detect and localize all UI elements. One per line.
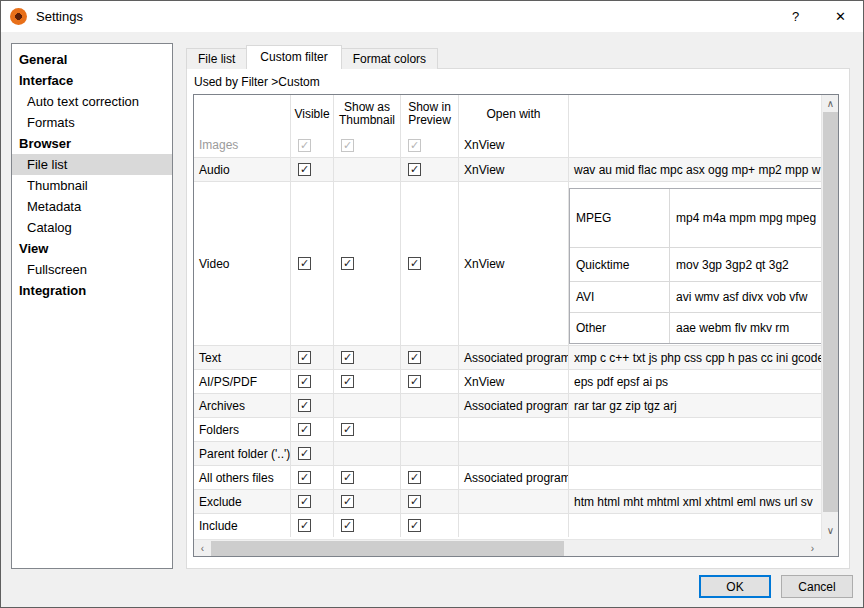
cell-thumbnail[interactable]: ✓ bbox=[334, 370, 401, 393]
cell-open-with[interactable]: XnView bbox=[459, 370, 569, 393]
cell-extensions[interactable] bbox=[569, 133, 821, 157]
scroll-down-icon[interactable]: ∨ bbox=[822, 522, 839, 539]
cancel-button[interactable]: Cancel bbox=[781, 575, 853, 598]
cell-visible[interactable]: ✓ bbox=[291, 346, 334, 369]
scroll-up-icon[interactable]: ∧ bbox=[822, 95, 839, 112]
cell-preview[interactable]: ✓ bbox=[401, 182, 459, 345]
cell-thumbnail[interactable] bbox=[334, 442, 401, 465]
table-row-video[interactable]: Video✓✓✓XnViewMPEGmp4 m4a mpm mpg mpegQu… bbox=[194, 181, 821, 345]
cell-preview[interactable]: ✓ bbox=[401, 466, 459, 489]
preview-checkbox[interactable]: ✓ bbox=[408, 519, 421, 532]
cell-preview[interactable]: ✓ bbox=[401, 346, 459, 369]
visible-checkbox[interactable]: ✓ bbox=[298, 375, 311, 388]
visible-checkbox[interactable]: ✓ bbox=[298, 163, 311, 176]
preview-checkbox[interactable]: ✓ bbox=[408, 257, 421, 270]
tab-custom-filter[interactable]: Custom filter bbox=[246, 45, 341, 69]
cell-preview[interactable]: ✓ bbox=[401, 133, 459, 157]
cell-visible[interactable]: ✓ bbox=[291, 394, 334, 417]
cell-extensions[interactable] bbox=[569, 514, 821, 537]
cell-thumbnail[interactable]: ✓ bbox=[334, 418, 401, 441]
cell-extensions[interactable]: wav au mid flac mpc asx ogg mp+ mp2 mpp … bbox=[569, 158, 821, 181]
cell-open-with[interactable]: Associated program bbox=[459, 466, 569, 489]
visible-checkbox[interactable]: ✓ bbox=[298, 495, 311, 508]
preview-checkbox[interactable]: ✓ bbox=[408, 163, 421, 176]
vertical-scroll-thumb[interactable] bbox=[823, 112, 838, 512]
cell-preview[interactable] bbox=[401, 394, 459, 417]
cell-visible[interactable]: ✓ bbox=[291, 158, 334, 181]
sidebar-item-interface[interactable]: Interface bbox=[12, 70, 172, 91]
tab-file-list[interactable]: File list bbox=[186, 48, 247, 69]
video-subtype-row-quicktime[interactable]: Quicktimemov 3gp 3gp2 qt 3g2 bbox=[570, 247, 821, 281]
cell-visible[interactable]: ✓ bbox=[291, 418, 334, 441]
sidebar-item-file-list[interactable]: File list bbox=[12, 154, 172, 175]
table-row-parent-folder[interactable]: Parent folder ('..')✓ bbox=[194, 441, 821, 465]
cell-thumbnail[interactable] bbox=[334, 394, 401, 417]
sidebar-item-browser[interactable]: Browser bbox=[12, 133, 172, 154]
cell-preview[interactable]: ✓ bbox=[401, 514, 459, 537]
sidebar-item-view[interactable]: View bbox=[12, 238, 172, 259]
preview-checkbox[interactable]: ✓ bbox=[408, 351, 421, 364]
table-row-ai-ps-pdf[interactable]: AI/PS/PDF✓✓✓XnVieweps pdf epsf ai ps bbox=[194, 369, 821, 393]
ok-button[interactable]: OK bbox=[699, 575, 771, 598]
cell-thumbnail[interactable]: ✓ bbox=[334, 490, 401, 513]
cell-thumbnail[interactable] bbox=[334, 158, 401, 181]
table-row-all-others-files[interactable]: All others files✓✓✓Associated program bbox=[194, 465, 821, 489]
cell-extensions[interactable] bbox=[569, 466, 821, 489]
table-row-folders[interactable]: Folders✓✓ bbox=[194, 417, 821, 441]
scroll-left-icon[interactable]: ‹ bbox=[194, 540, 211, 557]
cell-preview[interactable]: ✓ bbox=[401, 490, 459, 513]
cell-visible[interactable]: ✓ bbox=[291, 182, 334, 345]
vertical-scrollbar[interactable]: ∧ ∨ bbox=[821, 95, 838, 539]
thumbnail-checkbox[interactable]: ✓ bbox=[341, 375, 354, 388]
video-subtype-row-other[interactable]: Otheraae webm flv mkv rm bbox=[570, 312, 821, 343]
preview-checkbox[interactable]: ✓ bbox=[408, 375, 421, 388]
thumbnail-checkbox[interactable]: ✓ bbox=[341, 495, 354, 508]
cell-extensions[interactable] bbox=[569, 418, 821, 441]
horizontal-scrollbar[interactable]: ‹ › bbox=[194, 539, 821, 556]
cell-extensions[interactable] bbox=[569, 442, 821, 465]
sidebar-item-auto-text-correction[interactable]: Auto text correction bbox=[12, 91, 172, 112]
visible-checkbox[interactable]: ✓ bbox=[298, 351, 311, 364]
cell-visible[interactable]: ✓ bbox=[291, 133, 334, 157]
cell-preview[interactable] bbox=[401, 442, 459, 465]
cell-visible[interactable]: ✓ bbox=[291, 370, 334, 393]
cell-extensions[interactable]: MPEGmp4 m4a mpm mpg mpegQuicktimemov 3gp… bbox=[569, 182, 821, 345]
cell-thumbnail[interactable]: ✓ bbox=[334, 182, 401, 345]
cell-open-with[interactable]: Associated program bbox=[459, 346, 569, 369]
sidebar-item-formats[interactable]: Formats bbox=[12, 112, 172, 133]
visible-checkbox[interactable]: ✓ bbox=[298, 257, 311, 270]
thumbnail-checkbox[interactable]: ✓ bbox=[341, 351, 354, 364]
table-row-exclude[interactable]: Exclude✓✓✓htm html mht mhtml xml xhtml e… bbox=[194, 489, 821, 513]
cell-open-with[interactable]: XnView bbox=[459, 182, 569, 345]
cell-thumbnail[interactable]: ✓ bbox=[334, 514, 401, 537]
cell-extensions[interactable]: xmp c c++ txt js php css cpp h pas cc in… bbox=[569, 346, 821, 369]
cell-visible[interactable]: ✓ bbox=[291, 490, 334, 513]
cell-open-with[interactable] bbox=[459, 418, 569, 441]
visible-checkbox[interactable]: ✓ bbox=[298, 423, 311, 436]
help-button[interactable]: ? bbox=[773, 1, 818, 32]
sidebar-item-general[interactable]: General bbox=[12, 49, 172, 70]
close-button[interactable]: ✕ bbox=[818, 1, 863, 32]
cell-extensions[interactable]: eps pdf epsf ai ps bbox=[569, 370, 821, 393]
scroll-right-icon[interactable]: › bbox=[804, 540, 821, 557]
table-row-audio[interactable]: Audio✓✓XnViewwav au mid flac mpc asx ogg… bbox=[194, 157, 821, 181]
table-row-text[interactable]: Text✓✓✓Associated programxmp c c++ txt j… bbox=[194, 345, 821, 369]
sidebar-item-fullscreen[interactable]: Fullscreen bbox=[12, 259, 172, 280]
cell-preview[interactable]: ✓ bbox=[401, 158, 459, 181]
video-subtype-row-avi[interactable]: AVIavi wmv asf divx vob vfw bbox=[570, 281, 821, 312]
cell-visible[interactable]: ✓ bbox=[291, 442, 334, 465]
thumbnail-checkbox[interactable]: ✓ bbox=[341, 471, 354, 484]
cell-open-with[interactable]: Associated program bbox=[459, 394, 569, 417]
cell-preview[interactable] bbox=[401, 418, 459, 441]
preview-checkbox[interactable]: ✓ bbox=[408, 495, 421, 508]
visible-checkbox[interactable]: ✓ bbox=[298, 471, 311, 484]
cell-open-with[interactable] bbox=[459, 514, 569, 537]
tab-format-colors[interactable]: Format colors bbox=[341, 48, 438, 69]
cell-open-with[interactable]: XnView bbox=[459, 133, 569, 157]
horizontal-scroll-thumb[interactable] bbox=[211, 541, 564, 556]
cell-extensions[interactable]: rar tar gz zip tgz arj bbox=[569, 394, 821, 417]
sidebar-item-integration[interactable]: Integration bbox=[12, 280, 172, 301]
cell-thumbnail[interactable]: ✓ bbox=[334, 133, 401, 157]
thumbnail-checkbox[interactable]: ✓ bbox=[341, 423, 354, 436]
visible-checkbox[interactable]: ✓ bbox=[298, 399, 311, 412]
